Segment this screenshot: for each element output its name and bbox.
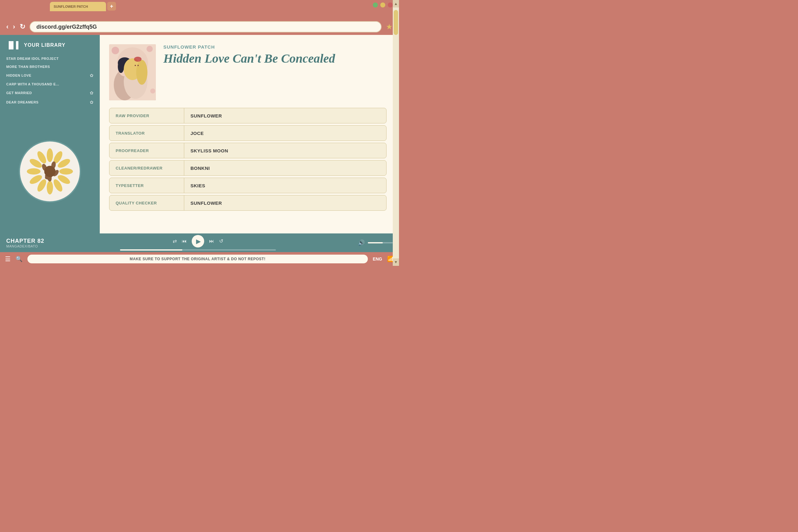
credit-name-qc: SUNFLOWER: [184, 201, 228, 206]
scroll-down-button[interactable]: ▼: [393, 258, 399, 266]
svg-point-9: [27, 168, 40, 174]
window-controls: [373, 2, 393, 7]
manga-cover-art: [109, 44, 156, 100]
chapter-source: MANGADEX/BATO: [6, 244, 53, 248]
credit-role-qc: QUALITY CHECKER: [109, 195, 184, 210]
player-bar: CHAPTER 82 MANGADEX/BATO ⇄ ⏮ ▶ ⏭ ↺ 🔊: [0, 233, 399, 252]
manga-header: SUNFLOWER PATCH Hidden Love Can't Be Con…: [109, 44, 386, 100]
svg-point-3: [59, 168, 73, 174]
flower-icon-2: ✿: [90, 90, 94, 95]
active-tab[interactable]: SUNFLOWER PATCH: [50, 2, 106, 11]
play-icon: ▶: [196, 238, 201, 245]
sidebar-header: ▐▌▌ YOUR LIBRARY: [0, 35, 100, 52]
credit-role-proofreader: PROOFREADER: [109, 143, 184, 158]
sidebar-item-label: STAR DREAM IDOL PROJECT: [6, 57, 59, 60]
bookmark-icon[interactable]: ★: [386, 22, 393, 31]
svg-point-28: [136, 60, 148, 85]
svg-point-0: [47, 148, 53, 162]
status-message: MAKE SURE TO SUPPORT THE ORIGINAL ARTIST…: [27, 254, 368, 263]
library-icon: ▐▌▌: [6, 41, 21, 49]
browser-chrome: SUNFLOWER PATCH +: [0, 0, 399, 19]
volume-icon: 🔊: [358, 239, 365, 246]
next-button[interactable]: ⏭: [209, 239, 214, 244]
credit-name-raw: SUNFLOWER: [184, 113, 228, 118]
menu-icon[interactable]: ☰: [5, 255, 11, 263]
search-icon[interactable]: 🔍: [16, 255, 22, 262]
maximize-button[interactable]: [373, 2, 378, 7]
cover-illustration: [109, 44, 156, 100]
sidebar-item-get-married[interactable]: GET MARRIED ✿: [6, 89, 94, 97]
credit-role-cleaner: CLEANER/REDRAWER: [109, 160, 184, 175]
manga-cover: [109, 44, 156, 100]
forward-button[interactable]: ›: [13, 23, 15, 30]
address-bar-row: ‹ › ↻ ★: [0, 19, 399, 35]
credit-row-qc: QUALITY CHECKER SUNFLOWER: [109, 195, 386, 211]
credits-table: RAW PROVIDER SUNFLOWER TRANSLATOR JOCE P…: [109, 108, 386, 211]
shuffle-button[interactable]: ⇄: [173, 239, 177, 244]
flower-icon: ✿: [90, 73, 94, 78]
credit-row-translator: TRANSLATOR JOCE: [109, 125, 386, 141]
sidebar-item-star-dream[interactable]: STAR DREAM IDOL PROJECT: [6, 56, 94, 62]
credit-row-cleaner: CLEANER/REDRAWER BONKNI: [109, 160, 386, 176]
minimize-button[interactable]: [380, 2, 385, 7]
sidebar-item-label: DEAR DREAMERS: [6, 100, 39, 104]
volume-fill: [368, 242, 383, 243]
svg-point-31: [134, 57, 141, 62]
sidebar-item-more-than-brothers[interactable]: MORE THAN BROTHERS: [6, 63, 94, 70]
player-controls: ⇄ ⏮ ▶ ⏭ ↺: [58, 235, 338, 251]
sidebar-item-carp[interactable]: CARP WITH A THOUSAND E...: [6, 81, 94, 87]
svg-point-24: [118, 60, 124, 73]
credit-name-translator: JOCE: [184, 131, 210, 136]
back-button[interactable]: ‹: [6, 23, 8, 30]
progress-bar[interactable]: [120, 249, 276, 251]
sidebar-item-label: MORE THAN BROTHERS: [6, 65, 50, 69]
manga-title: Hidden Love Can't Be Concealed: [163, 52, 386, 66]
reload-button[interactable]: ↻: [20, 23, 25, 30]
repeat-button[interactable]: ↺: [219, 239, 223, 244]
new-tab-button[interactable]: +: [107, 2, 116, 11]
sidebar-item-label: CARP WITH A THOUSAND E...: [6, 82, 59, 86]
volume-control: 🔊: [343, 239, 393, 246]
tab-label: SUNFLOWER PATCH: [54, 5, 88, 8]
manga-info: SUNFLOWER PATCH Hidden Love Can't Be Con…: [163, 44, 386, 100]
credit-row-raw: RAW PROVIDER SUNFLOWER: [109, 108, 386, 124]
credit-row-proofreader: PROOFREADER SKYLISS MOON: [109, 143, 386, 158]
credit-name-proofreader: SKYLISS MOON: [184, 148, 234, 153]
chapter-number: CHAPTER 82: [6, 238, 53, 244]
svg-point-29: [135, 65, 136, 66]
credit-name-cleaner: BONKNI: [184, 166, 216, 171]
language-label: ENG: [373, 256, 382, 262]
svg-point-34: [150, 89, 155, 94]
manga-publisher: SUNFLOWER PATCH: [163, 44, 386, 50]
scroll-thumb[interactable]: [394, 10, 398, 35]
credit-name-typesetter: SKIES: [184, 183, 212, 188]
svg-point-32: [112, 47, 119, 54]
sidebar: ▐▌▌ YOUR LIBRARY STAR DREAM IDOL PROJECT…: [0, 35, 100, 233]
sunflower-container: [0, 109, 100, 233]
main-content: ▐▌▌ YOUR LIBRARY STAR DREAM IDOL PROJECT…: [0, 35, 399, 233]
sunflower-logo: [19, 140, 81, 203]
address-input[interactable]: [30, 21, 382, 33]
svg-point-33: [147, 46, 153, 52]
volume-bar[interactable]: [368, 242, 393, 243]
credit-role-raw: RAW PROVIDER: [109, 108, 184, 123]
sunflower-svg: [25, 147, 75, 196]
close-button[interactable]: [388, 2, 393, 7]
sidebar-item-label: HIDDEN LOVE: [6, 74, 32, 77]
play-button[interactable]: ▶: [192, 235, 204, 247]
svg-point-18: [44, 166, 56, 177]
credit-role-translator: TRANSLATOR: [109, 126, 184, 140]
scroll-up-button[interactable]: ▲: [393, 0, 399, 7]
sidebar-title: YOUR LIBRARY: [24, 42, 65, 48]
sidebar-item-hidden-love[interactable]: HIDDEN LOVE ✿: [6, 72, 94, 79]
previous-button[interactable]: ⏮: [182, 239, 187, 244]
player-buttons: ⇄ ⏮ ▶ ⏭ ↺: [173, 235, 223, 247]
content-area: SUNFLOWER PATCH Hidden Love Can't Be Con…: [100, 35, 399, 233]
scrollbar[interactable]: ▲ ▼: [393, 0, 399, 266]
credit-row-typesetter: TYPESETTER SKIES: [109, 178, 386, 193]
sidebar-item-label: GET MARRIED: [6, 91, 32, 95]
tab-bar: SUNFLOWER PATCH +: [0, 0, 399, 11]
svg-point-30: [137, 65, 139, 66]
sidebar-list: STAR DREAM IDOL PROJECT MORE THAN BROTHE…: [0, 52, 100, 109]
sidebar-item-dear-dreamers[interactable]: DEAR DREAMERS ✿: [6, 98, 94, 106]
